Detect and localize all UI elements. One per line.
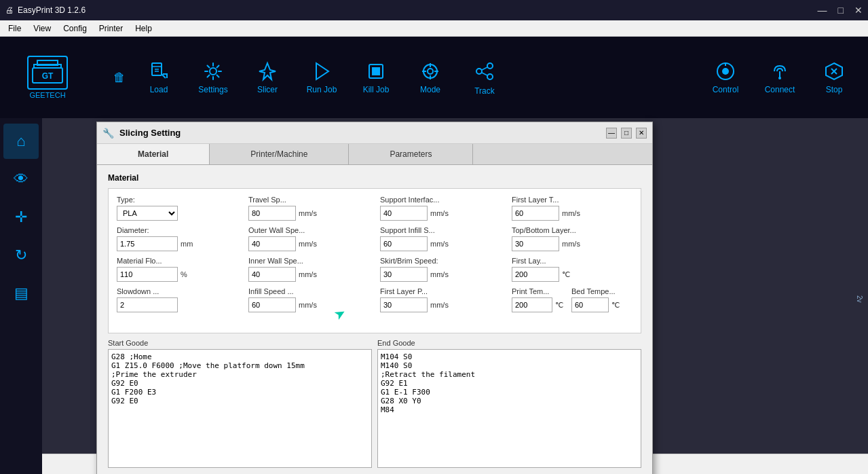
menu-help[interactable]: Help <box>130 22 157 35</box>
stop-label: Stop <box>826 85 843 94</box>
tab-printer-machine[interactable]: Printer/Machine <box>210 144 349 164</box>
start-gcode-title: Start Goode <box>108 339 372 347</box>
sidebar-item-home[interactable]: ⌂ <box>3 124 39 159</box>
first-layer-p-unit: mm/s <box>430 301 449 309</box>
track-label: Track <box>474 86 495 96</box>
infill-speed-label: Infill Speed ... <box>248 287 369 295</box>
support-iface-unit: mm/s <box>430 209 449 217</box>
slowdown-input[interactable] <box>117 297 178 312</box>
dialog-close-button[interactable]: ✕ <box>636 128 647 139</box>
svg-point-24 <box>722 68 729 75</box>
toolbar-slicer[interactable]: Slicer <box>240 43 295 111</box>
menu-bar: File View Config Printer Help <box>0 20 868 37</box>
dialog-title-icon: 🔧 <box>102 128 114 139</box>
end-gcode-textarea[interactable]: M104 S0 M140 S0 ;Retract the filament G9… <box>377 349 641 468</box>
top-bottom-input[interactable] <box>512 236 559 251</box>
toolbar-mode[interactable]: Mode <box>403 43 457 111</box>
svg-point-8 <box>210 68 216 75</box>
dialog-tabs: Material Printer/Machine Parameters <box>97 144 652 165</box>
skirt-brim-input[interactable] <box>380 267 428 282</box>
svg-line-21 <box>482 67 487 70</box>
tab-material[interactable]: Material <box>97 144 210 164</box>
fields-col3: Support Interfac... mm/s Support Infill … <box>380 196 501 312</box>
title-bar: 🖨 EasyPrint 3D 1.2.6 — □ ✕ <box>0 0 868 20</box>
sidebar-item-move[interactable]: ✛ <box>3 200 39 235</box>
diameter-label: Diameter: <box>117 226 238 234</box>
sidebar-item-rotate[interactable]: ↻ <box>3 238 39 273</box>
top-bottom-unit: mm/s <box>562 240 580 248</box>
menu-printer[interactable]: Printer <box>94 22 128 35</box>
fields-col4: First Layer T... mm/s Top/Bottom Layer..… <box>512 196 633 312</box>
toolbar-settings[interactable]: Settings <box>186 43 240 111</box>
skirt-brim-unit: mm/s <box>430 270 449 278</box>
top-bottom-label: Top/Bottom Layer... <box>512 226 633 234</box>
svg-marker-9 <box>316 63 328 79</box>
minimize-button[interactable]: — <box>818 5 827 16</box>
menu-view[interactable]: View <box>28 22 56 35</box>
end-gcode-title: End Goode <box>377 339 641 347</box>
start-gcode-textarea[interactable]: G28 ;Home G1 Z15.0 F6000 ;Move the platf… <box>108 349 372 468</box>
first-layer-t-label: First Layer T... <box>512 196 633 204</box>
field-type: Type: PLA ABS PETG <box>117 196 238 221</box>
material-section-title: Material <box>108 173 641 183</box>
inner-wall-input[interactable] <box>248 267 296 282</box>
print-tem-input[interactable] <box>512 297 552 312</box>
toolbar-control[interactable]: Control <box>698 43 753 111</box>
field-skirt-brim: Skirt/Brim Speed: mm/s <box>380 257 501 282</box>
svg-line-22 <box>482 73 487 75</box>
dialog-maximize-button[interactable]: □ <box>621 128 632 139</box>
menu-file[interactable]: File <box>3 22 26 35</box>
toolbar-logo: GT GEETECH <box>7 56 88 99</box>
logo-text: GEETECH <box>29 91 65 99</box>
right-panel: 2v <box>856 118 868 474</box>
content-area: 🔧 Slicing Setting — □ ✕ Material Printer… <box>42 118 856 474</box>
toolbar-load[interactable]: Load <box>132 43 186 111</box>
first-lay-label: First Lay... <box>512 257 633 265</box>
toolbar-kill-job[interactable]: Kill Job <box>349 43 403 111</box>
first-layer-t-input[interactable] <box>512 206 559 221</box>
title-bar-left: 🖨 EasyPrint 3D 1.2.6 <box>5 5 86 15</box>
support-infill-input[interactable] <box>380 236 428 251</box>
slicing-setting-dialog: 🔧 Slicing Setting — □ ✕ Material Printer… <box>96 122 653 474</box>
type-label: Type: <box>117 196 238 204</box>
settings-panel: Type: PLA ABS PETG Dia <box>108 188 641 333</box>
outer-wall-input[interactable] <box>248 236 296 251</box>
support-iface-input[interactable] <box>380 206 428 221</box>
sidebar-item-layers[interactable]: ▤ <box>3 276 39 311</box>
field-inner-wall: Inner Wall Spe... mm/s <box>248 257 369 282</box>
type-select[interactable]: PLA ABS PETG <box>117 206 178 221</box>
logo-icon: GT <box>27 56 68 90</box>
menu-config[interactable]: Config <box>58 22 92 35</box>
fields-col2: Travel Sp... mm/s Outer Wall Spe... <box>248 196 369 312</box>
first-lay-input[interactable] <box>512 267 559 282</box>
field-support-iface: Support Interfac... mm/s <box>380 196 501 221</box>
tab-parameters[interactable]: Parameters <box>349 144 473 164</box>
close-button[interactable]: ✕ <box>854 5 863 16</box>
travel-speed-label: Travel Sp... <box>248 196 369 204</box>
load-label: Load <box>150 85 168 94</box>
maximize-button[interactable]: □ <box>838 5 844 16</box>
mode-icon <box>419 60 441 82</box>
travel-speed-input[interactable] <box>248 206 296 221</box>
diameter-input[interactable] <box>117 236 178 251</box>
trash-icon[interactable]: 🗑 <box>107 67 132 88</box>
infill-speed-input[interactable] <box>248 297 296 312</box>
material-flow-input[interactable] <box>117 267 178 282</box>
support-infill-unit: mm/s <box>430 240 449 248</box>
toolbar-run-job[interactable]: Run Job <box>295 43 349 111</box>
toolbar-stop[interactable]: Stop <box>807 43 861 111</box>
settings-icon <box>202 60 224 82</box>
bed-tempe-unit: ℃ <box>611 301 620 310</box>
sidebar-item-view[interactable]: 👁 <box>3 162 39 197</box>
dialog-minimize-button[interactable]: — <box>606 128 617 139</box>
track-icon <box>472 59 497 84</box>
bed-tempe-input[interactable] <box>571 297 609 312</box>
dialog-titlebar: 🔧 Slicing Setting — □ ✕ <box>97 122 652 144</box>
svg-rect-11 <box>372 67 380 75</box>
inner-wall-label: Inner Wall Spe... <box>248 257 369 265</box>
toolbar-track[interactable]: Track <box>457 43 512 111</box>
first-layer-p-input[interactable] <box>380 297 428 312</box>
stop-icon <box>823 60 845 82</box>
field-material-flow: Material Flo... % <box>117 257 238 282</box>
toolbar-connect[interactable]: Connect <box>753 43 807 111</box>
